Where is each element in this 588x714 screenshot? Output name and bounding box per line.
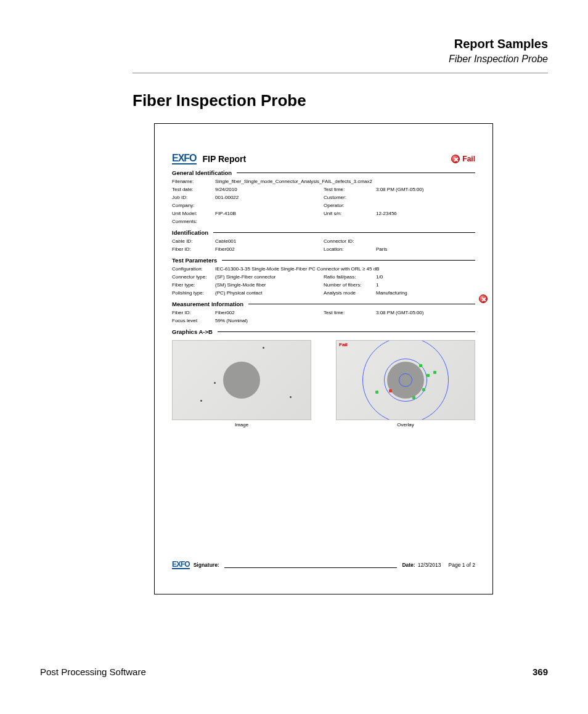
signature-label: Signature:	[194, 562, 219, 568]
graphic-image: Image	[172, 340, 311, 428]
section-graphics: Graphics A->B	[172, 328, 475, 335]
fiber-image	[172, 340, 311, 420]
graphics-row: Image Fail Overlay	[172, 340, 475, 428]
fiber-overlay: Fail	[336, 340, 475, 420]
exfo-logo: EXFO	[172, 153, 197, 164]
section-test-params: Test Parameters	[172, 257, 475, 264]
graphic-overlay: Fail Overlay	[336, 340, 475, 428]
date-value: 12/3/2013	[418, 562, 441, 568]
page-of: Page 1 of 2	[449, 562, 475, 568]
page-header: Report Samples Fiber Inspection Probe	[449, 37, 548, 65]
footer-page-number: 369	[533, 667, 548, 677]
report-frame: EXFO FIP Report Fail General Identificat…	[154, 123, 493, 594]
date-label: Date:	[402, 562, 415, 568]
footer-logo: EXFO	[172, 561, 190, 569]
section-measurement-info: Measurement Information	[172, 301, 475, 307]
footer-left: Post Processing Software	[40, 667, 146, 677]
page-footer: Post Processing Software 369	[40, 667, 548, 677]
signature-line	[224, 562, 398, 568]
section-general-ident: General Identification	[172, 169, 475, 176]
fail-text: Fail	[462, 155, 475, 163]
measurement-fail-icon	[479, 294, 488, 303]
header-rule	[133, 73, 548, 73]
section-label: General Identification	[172, 169, 232, 176]
header-subtitle: Fiber Inspection Probe	[449, 54, 548, 65]
fail-icon	[451, 155, 460, 163]
main-heading: Fiber Inspection Probe	[133, 91, 306, 110]
section-identification: Identification	[172, 229, 475, 236]
header-title: Report Samples	[449, 37, 548, 51]
fail-badge: Fail	[451, 155, 475, 163]
report-top-bar: EXFO FIP Report Fail	[172, 153, 475, 164]
report-footer: EXFO Signature: Date: 12/3/2013 Page 1 o…	[172, 561, 475, 569]
report-title: FIP Report	[203, 154, 247, 164]
